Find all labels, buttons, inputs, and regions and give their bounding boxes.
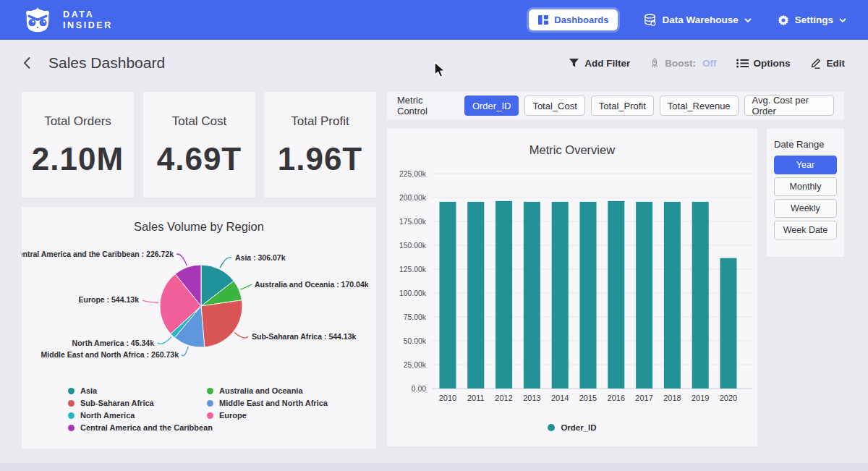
legend-label-sub-saharan-africa: Sub-Saharan Africa (80, 399, 154, 407)
back-chevron-icon (23, 56, 31, 69)
bar-2017[interactable] (636, 202, 652, 389)
legend-item-north-america[interactable]: North America (68, 411, 213, 420)
add-filter-button[interactable]: Add Filter (569, 58, 630, 69)
dashboards-button[interactable]: Dashboards (529, 9, 618, 30)
date-range-button-weekly[interactable]: Weekly (774, 199, 837, 218)
chevron-down-icon (839, 18, 846, 22)
bar-2011[interactable] (467, 202, 484, 389)
edit-button[interactable]: Edit (810, 57, 846, 69)
top-nav-menu: Dashboards Data Warehouse (529, 9, 846, 30)
bar-chart: 0.0025.00k50.00k75.00k100.00k125.00k150.… (387, 163, 757, 409)
kpi-label: Total Profit (291, 114, 349, 129)
top-navigation-bar: DATA INSIDER Dashboards (0, 0, 868, 40)
legend-item-middle-east-and-north-africa[interactable]: Middle East and North Africa (207, 399, 328, 407)
legend-item-asia[interactable]: Asia (68, 386, 213, 395)
bar-2015[interactable] (580, 202, 597, 389)
toolbar-actions: Add Filter Boost: Off Options (569, 57, 845, 69)
bar-2013[interactable] (524, 202, 540, 389)
boost-toggle[interactable]: Boost: Off (650, 58, 716, 69)
svg-text:150.00k: 150.00k (399, 242, 427, 250)
metric-chip-total-profit[interactable]: Total_Profit (591, 96, 654, 116)
svg-text:125.00k: 125.00k (399, 266, 427, 273)
bar-chart-title: Metric Overview (387, 129, 757, 157)
metric-chip-total-cost[interactable]: Total_Cost (524, 96, 584, 116)
pie-label-middle-east-and-north-africa: Middle East and North Africa : 260.73k (41, 350, 179, 359)
svg-text:50.00k: 50.00k (404, 337, 427, 345)
date-range-button-group: YearMonthlyWeeklyWeek Date (774, 156, 837, 239)
legend-dot-north-america (68, 412, 75, 419)
legend-dot-europe (207, 412, 213, 419)
options-button[interactable]: Options (736, 58, 791, 69)
pie-label-north-america: North America : 45.34k (72, 339, 155, 347)
bar-2020[interactable] (720, 258, 737, 389)
legend-item-central-america-and-the-caribbean[interactable]: Central America and the Caribbean (68, 423, 213, 432)
date-range-button-week-date[interactable]: Week Date (774, 221, 837, 239)
chevron-down-icon (744, 18, 752, 22)
legend-dot-australia-and-oceania (207, 388, 213, 394)
bar-2014[interactable] (552, 202, 569, 389)
data-warehouse-menu[interactable]: Data Warehouse (644, 14, 751, 26)
legend-dot-order-id (548, 424, 555, 431)
legend-label-central-america-and-the-caribbean: Central America and the Caribbean (80, 423, 213, 432)
metric-chip-total-revenue[interactable]: Total_Revenue (660, 96, 739, 116)
options-list-icon (736, 59, 749, 68)
pie-slice-sub-saharan-africa[interactable] (201, 300, 242, 347)
metric-overview-chart-card: Metric Overview 0.0025.00k50.00k75.00k10… (387, 129, 757, 446)
kpi-value: 4.69T (157, 141, 242, 177)
edit-pencil-icon (810, 57, 822, 69)
bar-chart-legend[interactable]: Order_ID (387, 423, 757, 432)
svg-text:225.00k: 225.00k (399, 170, 427, 178)
legend-label-europe: Europe (219, 411, 247, 420)
bar-2019[interactable] (692, 202, 709, 389)
kpi-card-total-cost: Total Cost 4.69T (143, 92, 255, 198)
settings-label: Settings (795, 14, 833, 25)
settings-menu[interactable]: Settings (778, 14, 846, 26)
metric-control-bar: Metric Control Order_IDTotal_CostTotal_P… (387, 92, 844, 119)
back-button[interactable] (23, 56, 31, 69)
metric-chip-group: Order_IDTotal_CostTotal_ProfitTotal_Reve… (464, 96, 834, 116)
kpi-value: 1.96T (278, 141, 363, 177)
svg-text:25.00k: 25.00k (404, 361, 427, 369)
x-tick-2020: 2020 (720, 394, 737, 402)
bar-2010[interactable] (440, 202, 456, 389)
sales-volume-chart-card: Sales Volume by Region Asia : 306.07kAus… (22, 207, 376, 449)
pie-label-europe: Europe : 544.13k (79, 295, 140, 304)
svg-text:200.00k: 200.00k (399, 194, 427, 202)
pie-chart: Asia : 306.07kAustralia and Oceania : 17… (22, 235, 376, 400)
bar-2012[interactable] (495, 201, 512, 389)
legend-dot-central-america-and-the-caribbean (68, 425, 75, 431)
legend-label-middle-east-and-north-africa: Middle East and North Africa (219, 399, 328, 407)
dashboards-label: Dashboards (554, 14, 608, 25)
date-range-button-year[interactable]: Year (774, 156, 837, 174)
svg-text:175.00k: 175.00k (399, 218, 427, 226)
legend-item-sub-saharan-africa[interactable]: Sub-Saharan Africa (68, 399, 213, 407)
rocket-icon (650, 58, 660, 69)
mouse-cursor (433, 61, 447, 78)
kpi-label: Total Orders (44, 114, 111, 129)
metric-control-label: Metric Control (397, 95, 454, 116)
date-range-panel: Date Range YearMonthlyWeeklyWeek Date (767, 129, 844, 257)
x-tick-2013: 2013 (523, 394, 540, 402)
x-tick-2015: 2015 (579, 394, 597, 402)
x-tick-2010: 2010 (439, 394, 456, 402)
legend-item-europe[interactable]: Europe (207, 411, 328, 420)
metric-chip-avg-cost-per-order[interactable]: Avg. Cost per Order (744, 96, 834, 116)
bar-2016[interactable] (608, 201, 624, 389)
legend-label-asia: Asia (80, 386, 97, 395)
svg-text:0.00: 0.00 (412, 385, 426, 393)
brand-logo[interactable]: DATA INSIDER (22, 7, 113, 34)
dashboard-grid-icon (538, 15, 548, 25)
legend-dot-asia (68, 388, 75, 394)
kpi-value: 2.10M (32, 141, 124, 177)
data-warehouse-label: Data Warehouse (662, 14, 738, 25)
pie-legend-column-2: Australia and OceaniaMiddle East and Nor… (207, 386, 328, 420)
metric-chip-order-id[interactable]: Order_ID (464, 96, 519, 116)
kpi-card-total-profit: Total Profit 1.96T (264, 92, 376, 198)
kpi-card-total-orders: Total Orders 2.10M (22, 92, 134, 198)
kpi-label: Total Cost (172, 114, 227, 129)
legend-label-australia-and-oceania: Australia and Oceania (219, 386, 303, 395)
legend-label-north-america: North America (80, 411, 135, 420)
bar-2018[interactable] (664, 202, 681, 389)
legend-item-australia-and-oceania[interactable]: Australia and Oceania (207, 386, 328, 395)
date-range-button-monthly[interactable]: Monthly (774, 177, 837, 196)
